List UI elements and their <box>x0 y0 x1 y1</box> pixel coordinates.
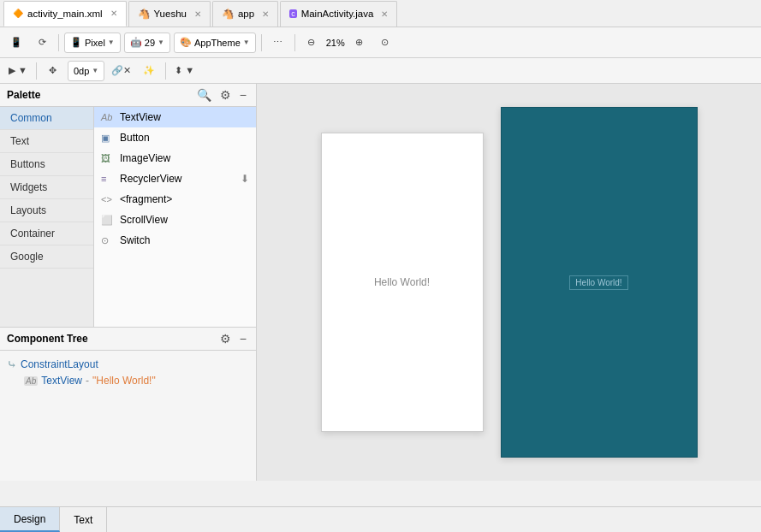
palette-item-icon-scrollview: ⬜ <box>101 215 115 226</box>
palette-item-label-recyclerview: RecyclerView <box>120 173 181 185</box>
palette-item-imageview[interactable]: 🖼ImageView <box>94 148 256 168</box>
margin-dropdown[interactable]: 0dp ▼ <box>68 61 104 81</box>
palette-content: CommonTextButtonsWidgetsLayoutsContainer… <box>0 107 256 327</box>
tree-content: ⤷ ConstraintLayout Ab TextView - "Hello … <box>0 351 256 393</box>
zoom-label: 21% <box>326 38 345 48</box>
tree-item-constraint-layout[interactable]: ⤷ ConstraintLayout <box>7 356 249 373</box>
palette-item-label-textview: TextView <box>120 111 161 123</box>
theme-chevron: ▼ <box>243 38 250 46</box>
margin-chevron: ▼ <box>92 67 98 74</box>
tree-ab-icon: Ab <box>24 376 38 386</box>
tab-app[interactable]: 🐴 app ✕ <box>212 1 278 27</box>
toolbar-row2: ▶ ▼ ✥ 0dp ▼ 🔗✕ ✨ ⬍ ▼ <box>0 58 761 84</box>
java-icon: c <box>289 9 297 18</box>
palette-minimize-btn[interactable]: − <box>237 87 249 103</box>
comp-tree-minimize-btn[interactable]: − <box>237 331 249 346</box>
clear-constraints-btn[interactable]: 🔗✕ <box>108 60 134 82</box>
app-icon: 🐴 <box>222 8 234 20</box>
palette-item-fragment[interactable]: <><fragment> <box>94 189 256 210</box>
margin-label: 0dp <box>74 66 89 76</box>
tree-constraint-icon: ⤷ <box>7 358 17 371</box>
tree-dash: - <box>86 375 89 387</box>
palette-item-button[interactable]: ▣Button <box>94 127 256 148</box>
component-tree: Component Tree ⚙ − ⤷ ConstraintLayout Ab… <box>0 327 256 481</box>
palette-header: Palette 🔍 ⚙ − <box>0 84 256 107</box>
tab-label-activity-main: activity_main.xml <box>27 9 103 19</box>
device-label: Pixel <box>85 38 105 48</box>
palette-search-btn[interactable]: 🔍 <box>194 87 214 103</box>
device-orientation-btn[interactable]: 📱 <box>5 32 27 54</box>
locale-btn[interactable]: ⋯ <box>267 32 289 54</box>
tab-bar: 🔶 activity_main.xml ✕ 🐴 Yueshu ✕ 🐴 app ✕… <box>0 0 761 27</box>
blueprint-hello-text: Hello World! <box>569 275 627 290</box>
left-panel: Palette 🔍 ⚙ − CommonTextButtonsWidgetsLa… <box>0 84 257 481</box>
horse-icon: 🐴 <box>138 8 150 20</box>
palette-cat-text[interactable]: Text <box>0 130 93 153</box>
xml-icon: 🔶 <box>13 9 23 18</box>
theme-icon: 🎨 <box>180 37 192 48</box>
palette-cat-containers[interactable]: Container <box>0 222 93 245</box>
download-icon-recyclerview[interactable]: ⬇ <box>241 173 249 185</box>
palette-item-icon-imageview: 🖼 <box>101 153 115 163</box>
palette-item-label-imageview: ImageView <box>120 152 170 164</box>
palette-item-textview[interactable]: AbTextView <box>94 107 256 127</box>
divider2 <box>261 34 262 51</box>
palette-item-switch[interactable]: ⊙Switch <box>94 230 256 251</box>
tab-activity-main[interactable]: 🔶 activity_main.xml ✕ <box>3 1 127 27</box>
select-mode-btn[interactable]: ▶ ▼ <box>5 60 31 82</box>
palette-item-icon-textview: Ab <box>101 112 115 122</box>
api-label: 29 <box>145 38 155 48</box>
tree-textview-value: "Hello World!" <box>92 375 156 387</box>
api-chevron: ▼ <box>158 38 164 46</box>
comp-tree-settings-btn[interactable]: ⚙ <box>217 331 234 346</box>
palette-item-label-switch: Switch <box>120 234 150 246</box>
android-icon: 🤖 <box>130 37 142 48</box>
device-dropdown[interactable]: 📱 Pixel ▼ <box>64 33 121 53</box>
tree-textview-label: TextView <box>41 375 82 387</box>
zoom-fit-btn[interactable]: ⊙ <box>374 32 396 54</box>
tree-item-textview[interactable]: Ab TextView - "Hello World!" <box>7 373 249 388</box>
tab-close-app[interactable]: ✕ <box>262 9 269 19</box>
theme-dropdown[interactable]: 🎨 AppTheme ▼ <box>174 33 256 53</box>
tab-close-main-activity[interactable]: ✕ <box>381 9 388 19</box>
theme-label: AppTheme <box>194 38 241 48</box>
tab-label-main-activity: MainActivity.java <box>301 9 374 19</box>
preview-hello-text: Hello World! <box>374 276 430 288</box>
palette: Palette 🔍 ⚙ − CommonTextButtonsWidgetsLa… <box>0 84 257 327</box>
palette-items: AbTextView▣Button🖼ImageView≡RecyclerView… <box>94 107 256 327</box>
palette-cat-buttons[interactable]: Buttons <box>0 153 93 176</box>
palette-item-label-button: Button <box>120 132 150 144</box>
component-tree-header: Component Tree ⚙ − <box>0 328 256 351</box>
tab-close-activity-main[interactable]: ✕ <box>110 9 117 18</box>
divider4 <box>36 62 37 80</box>
infer-constraints-btn[interactable]: ✨ <box>138 60 160 82</box>
palette-cat-google[interactable]: Google <box>0 245 93 269</box>
tab-label-app: app <box>238 9 254 19</box>
device-chevron: ▼ <box>108 38 115 46</box>
align-btn[interactable]: ⬍ ▼ <box>171 60 198 82</box>
phone-preview: Hello World! <box>321 133 484 432</box>
tab-main-activity[interactable]: c MainActivity.java ✕ <box>280 1 397 27</box>
palette-item-icon-recyclerview: ≡ <box>101 174 115 184</box>
palette-cat-common[interactable]: Common <box>0 107 93 130</box>
palette-item-scrollview[interactable]: ⬜ScrollView <box>94 210 256 230</box>
tab-close-yueshu[interactable]: ✕ <box>194 9 201 19</box>
palette-item-label-fragment: <fragment> <box>120 193 172 205</box>
component-tree-title: Component Tree <box>7 333 214 345</box>
palette-item-label-scrollview: ScrollView <box>120 214 168 226</box>
palette-cat-layouts[interactable]: Layouts <box>0 199 93 222</box>
api-dropdown[interactable]: 🤖 29 ▼ <box>124 33 170 53</box>
palette-item-icon-fragment: <> <box>101 194 115 204</box>
phone-blueprint: Hello World! <box>501 107 698 458</box>
palette-cat-widgets[interactable]: Widgets <box>0 176 93 199</box>
palette-settings-btn[interactable]: ⚙ <box>217 87 234 103</box>
divider5 <box>165 62 166 80</box>
zoom-in-btn[interactable]: ⊕ <box>348 32 371 54</box>
refresh-btn[interactable]: ⟳ <box>31 32 53 54</box>
tab-yueshu[interactable]: 🐴 Yueshu ✕ <box>128 1 211 27</box>
palette-item-recyclerview[interactable]: ≡RecyclerView⬇ <box>94 168 256 189</box>
zoom-out-btn[interactable]: ⊖ <box>300 32 323 54</box>
palette-item-icon-button: ▣ <box>101 133 115 144</box>
palette-categories: CommonTextButtonsWidgetsLayoutsContainer… <box>0 107 94 327</box>
move-btn[interactable]: ✥ <box>42 60 64 82</box>
